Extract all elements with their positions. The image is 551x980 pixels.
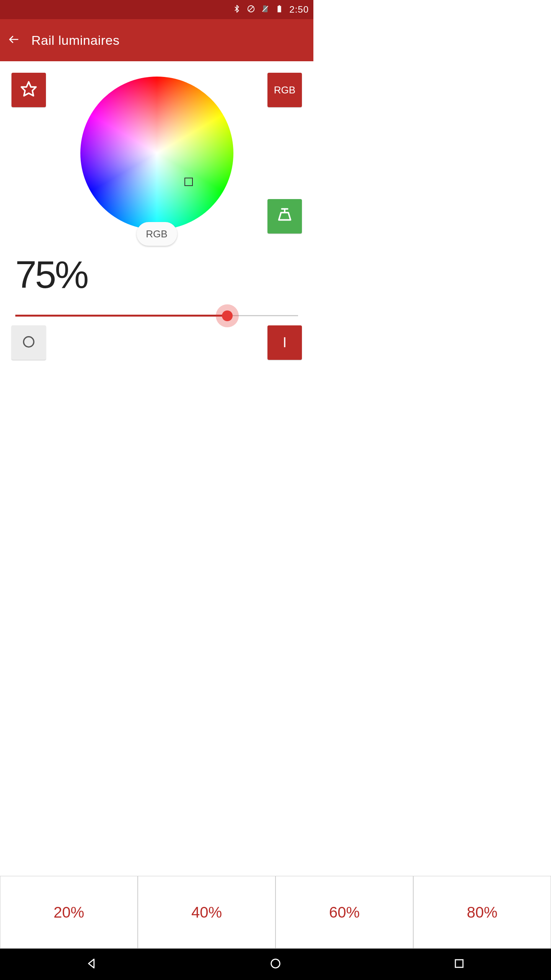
on-button[interactable]: I (267, 325, 302, 360)
color-wheel-selector[interactable] (184, 178, 193, 186)
brightness-slider[interactable] (15, 304, 298, 327)
status-time: 2:50 (289, 4, 309, 15)
color-wheel[interactable] (80, 77, 233, 230)
bluetooth-icon (233, 5, 241, 15)
back-arrow-button[interactable] (8, 33, 20, 47)
rgb-badge-container: RGB (137, 222, 177, 246)
battery-icon (275, 5, 284, 15)
brightness-value: 75% (15, 253, 298, 297)
rgb-badge-label: RGB (146, 228, 167, 240)
lamp-button[interactable] (267, 199, 302, 234)
star-icon (20, 80, 37, 100)
content-area: RGB RGB 75% I (0, 61, 313, 447)
on-button-label: I (283, 335, 287, 351)
app-bar: Rail luminaires (0, 19, 313, 61)
brightness-section: 75% (15, 253, 298, 327)
slider-fill (15, 315, 227, 317)
svg-point-7 (24, 337, 34, 347)
rgb-mode-button[interactable]: RGB (267, 73, 302, 107)
lamp-icon (276, 207, 293, 226)
status-bar: 2:50 (0, 0, 313, 19)
svg-rect-4 (279, 5, 280, 7)
svg-line-1 (249, 7, 254, 11)
svg-rect-3 (278, 6, 281, 12)
color-wheel-container (80, 77, 233, 230)
svg-marker-6 (21, 82, 36, 96)
slider-thumb-inner (222, 310, 233, 321)
power-off-icon (21, 334, 36, 351)
rgb-mode-label: RGB (274, 84, 295, 96)
rgb-badge[interactable]: RGB (137, 222, 177, 246)
page-title: Rail luminaires (31, 33, 119, 48)
no-sim-icon (261, 5, 269, 15)
do-not-disturb-icon (247, 5, 255, 15)
off-button[interactable] (11, 325, 46, 360)
slider-thumb[interactable] (216, 304, 239, 327)
favorite-button[interactable] (11, 73, 46, 107)
